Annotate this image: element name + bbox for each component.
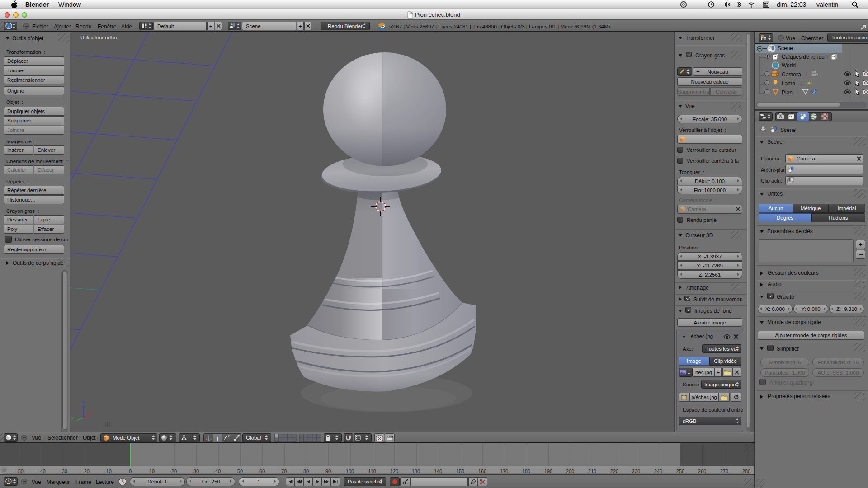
svg-text:x: x bbox=[90, 410, 92, 415]
svg-text:z: z bbox=[82, 400, 85, 405]
svg-text:y: y bbox=[71, 415, 74, 420]
svg-text:(1): (1) bbox=[104, 421, 110, 427]
svg-text:Utilisateur ortho.: Utilisateur ortho. bbox=[80, 35, 118, 40]
